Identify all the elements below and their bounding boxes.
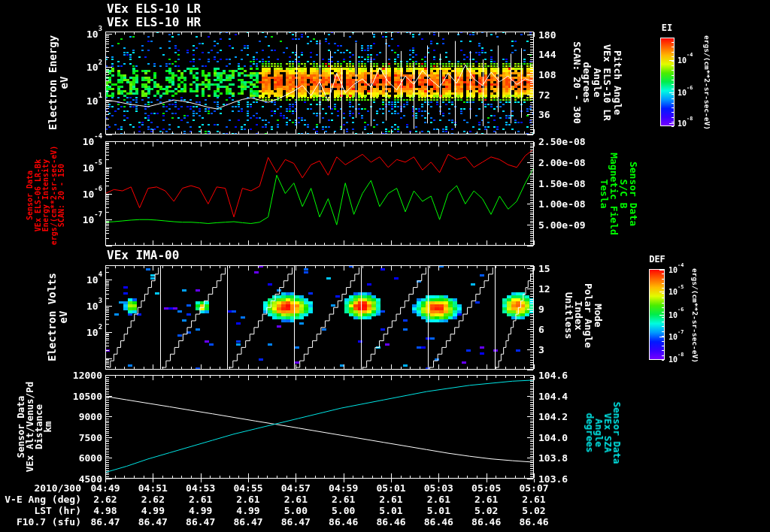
panel3-left-axis-label: Electron VoltseV xyxy=(47,273,69,361)
table-cell: 86.46 xyxy=(471,517,501,527)
table-cell: 5.01 xyxy=(379,506,402,515)
y-tick-label: 12000 xyxy=(73,370,102,380)
table-cell: 4.99 xyxy=(141,506,165,515)
panel3-right-axis-label-line: Polar Angle xyxy=(584,283,593,348)
bfield-tick-label: 1.00e-08 xyxy=(538,199,586,209)
table-row-label-veang: V-E Ang (deg) xyxy=(5,494,81,504)
table-cell: 2.61 xyxy=(522,494,545,504)
panel1-right-axis-label-line: SCAN: 20 - 300 xyxy=(571,41,582,124)
panel1-right-axis-label-line: VEx ELS-10 LR xyxy=(602,41,613,124)
mode-tick-label: 3 xyxy=(538,345,544,355)
bfield-tick-label: 5.00e-09 xyxy=(538,220,586,230)
time-tick-label: 04:59 xyxy=(329,483,358,493)
table-cell: 5.01 xyxy=(427,506,450,515)
y-tick-label: 10-7 xyxy=(83,214,102,225)
panel2-right-axis-label-line: Sensor Data xyxy=(629,153,638,235)
sza-tick-label: 104.2 xyxy=(538,412,568,422)
time-tick-label: 04:49 xyxy=(90,483,120,493)
y-tick-label: 7500 xyxy=(79,432,102,442)
panel2-left-axis-label-line: Energy Intensity xyxy=(42,146,50,245)
table-cell: 2.61 xyxy=(427,494,450,504)
table-cell: 4.99 xyxy=(189,506,212,515)
table-cell: 5.00 xyxy=(332,506,355,515)
mode-tick-label: 12 xyxy=(538,284,550,294)
y-tick-label: 10-5 xyxy=(83,162,102,173)
time-tick-label: 05:05 xyxy=(471,483,501,493)
sza-tick-label: 104.6 xyxy=(538,370,568,380)
time-tick-label: 04:51 xyxy=(138,483,168,493)
pitch-tick-label: 72 xyxy=(538,89,550,99)
panel1-left-axis-label-line: Electron Energy xyxy=(47,35,59,130)
colorbar-ei-title: EI xyxy=(662,23,672,32)
y-tick-label: 101 xyxy=(86,95,102,106)
colorbar-tick-label: 10-5 xyxy=(668,288,684,296)
panel1-title-line2: VEx ELS-10 HR xyxy=(107,17,201,29)
table-cell: 86.47 xyxy=(186,517,215,527)
pitch-tick-label: 36 xyxy=(538,110,550,119)
plot-canvas xyxy=(0,0,770,532)
colorbar-def-unit-line: ergs/(cm**2-sr-sec-eV) xyxy=(691,268,699,363)
table-cell: 4.98 xyxy=(93,506,117,515)
pitch-tick-label: 144 xyxy=(538,50,556,59)
panel2-left-axis-label-line: Sensor Data xyxy=(26,146,35,245)
table-cell: 2.62 xyxy=(93,494,117,504)
colorbar-ei-unit-line: ergs/(cm**2-sr-sec-eV) xyxy=(703,35,711,130)
y-tick-label: 9000 xyxy=(79,412,102,422)
colorbar-tick-label: 10-4 xyxy=(678,56,693,64)
table-cell: 2.62 xyxy=(141,494,165,504)
date-label: 2010/300 xyxy=(34,483,81,493)
time-tick-label: 04:57 xyxy=(281,483,311,493)
colorbar-ei-unit: ergs/(cm**2-sr-sec-eV) xyxy=(703,35,711,130)
table-cell: 4.99 xyxy=(236,506,259,515)
panel3-right-axis-label: ModePolar AngleIndexUnitless xyxy=(564,283,603,348)
panel4-right-axis-label: Sensor DataVEx SZAAngledegrees xyxy=(585,402,621,464)
time-tick-label: 05:03 xyxy=(424,483,453,493)
table-cell: 86.46 xyxy=(424,517,453,527)
table-cell: 2.61 xyxy=(284,494,308,504)
y-tick-label: 102 xyxy=(86,327,102,337)
y-tick-label: 10-4 xyxy=(83,136,102,147)
y-tick-label: 104 xyxy=(86,274,102,285)
panel3-title: VEx IMA-00 xyxy=(107,249,179,261)
table-cell: 86.47 xyxy=(233,517,262,527)
panel1-right-axis-label-line: Angle xyxy=(592,41,602,124)
panel1-left-axis-label-line: eV xyxy=(59,35,70,130)
panel4-right-axis-label-line: degrees xyxy=(585,402,594,464)
panel1-right-axis-label-line: Pitch Angle xyxy=(612,41,623,124)
table-row-label-f107: F10.7 (sfu) xyxy=(17,517,81,527)
table-cell: 2.61 xyxy=(379,494,402,504)
colorbar-def-title: DEF xyxy=(649,255,665,264)
table-cell: 86.47 xyxy=(281,517,311,527)
bfield-tick-label: 1.50e-08 xyxy=(538,178,586,188)
mode-tick-label: 15 xyxy=(538,264,550,274)
sza-tick-label: 104.0 xyxy=(538,432,568,442)
time-tick-label: 05:01 xyxy=(376,483,405,493)
y-tick-label: 103 xyxy=(86,301,102,311)
time-tick-label: 05:07 xyxy=(519,483,548,493)
colorbar-tick-label: 10-8 xyxy=(678,119,693,128)
panel2-left-axis-label-line: SCAN: 20 - 150 xyxy=(58,146,66,245)
bfield-tick-label: 2.50e-08 xyxy=(538,137,586,147)
time-tick-label: 04:53 xyxy=(186,483,215,493)
table-cell: 5.02 xyxy=(522,506,545,515)
pitch-tick-label: 108 xyxy=(538,70,556,80)
table-row-label-lst: LST (hr) xyxy=(34,506,81,515)
panel3-left-axis-label-line: eV xyxy=(58,273,69,361)
panel1-title-line1: VEx ELS-10 LR xyxy=(107,3,201,15)
y-tick-label: 6000 xyxy=(79,453,102,463)
table-cell: 86.47 xyxy=(138,517,168,527)
table-cell: 2.61 xyxy=(474,494,498,504)
panel2-right-axis-label-line: Magnetic Field xyxy=(609,153,619,235)
table-cell: 86.46 xyxy=(329,517,358,527)
panel3-right-axis-label-line: Mode xyxy=(593,283,603,348)
sza-tick-label: 104.4 xyxy=(538,391,568,401)
table-cell: 2.61 xyxy=(236,494,259,504)
panel4-left-axis-label: Sensor DataVEx Alt/Venus/PdDistancekm xyxy=(17,382,53,472)
colorbar-tick-label: 10-6 xyxy=(668,310,684,319)
bfield-tick-label: 2.00e-08 xyxy=(538,157,586,167)
table-cell: 2.61 xyxy=(189,494,212,504)
panel4-left-axis-label-line: km xyxy=(44,382,53,472)
time-tick-label: 04:55 xyxy=(233,483,262,493)
panel3-left-axis-label-line: Electron Volts xyxy=(47,273,58,361)
colorbar-tick-label: 10-7 xyxy=(668,332,684,340)
